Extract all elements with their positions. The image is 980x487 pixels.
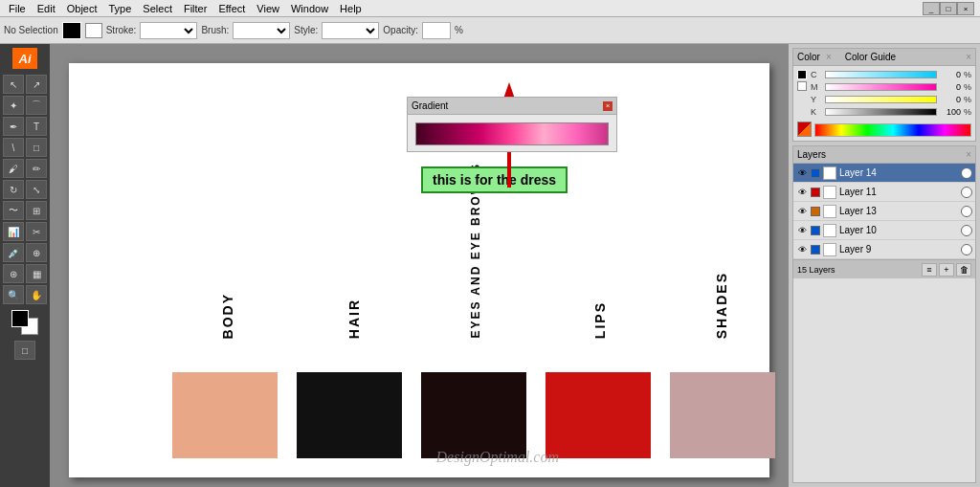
layer-circle-10[interactable] <box>961 225 972 236</box>
layer-icon-9 <box>823 243 836 256</box>
style-select[interactable] <box>322 22 379 39</box>
magic-wand-tool[interactable]: ✦ <box>3 96 24 115</box>
black-slider[interactable] <box>825 108 937 116</box>
select-tool[interactable]: ↖ <box>3 75 24 94</box>
layer-color-9 <box>811 245 820 255</box>
pencil-tool[interactable]: ✏ <box>26 159 47 178</box>
zoom-tool[interactable]: 🔍 <box>3 285 24 304</box>
blend-tool[interactable]: ⊕ <box>26 243 47 262</box>
window-controls: _ □ × <box>923 0 980 17</box>
layer-circle-14[interactable] <box>961 167 972 179</box>
layer-eye-9[interactable]: 👁 <box>796 244 808 255</box>
layer-row-9[interactable]: 👁 Layer 9 <box>793 240 975 259</box>
brush-select[interactable] <box>233 22 290 39</box>
lasso-tool[interactable]: ⌒ <box>26 96 47 115</box>
layer-icon-13 <box>823 205 836 218</box>
stroke-select[interactable] <box>140 22 197 39</box>
menu-file[interactable]: File <box>4 2 31 15</box>
menu-type[interactable]: Type <box>104 2 137 15</box>
layer-eye-13[interactable]: 👁 <box>796 206 808 217</box>
minimize-button[interactable]: _ <box>923 2 940 15</box>
layer-row-10[interactable]: 👁 Layer 10 <box>793 221 975 240</box>
menu-edit[interactable]: Edit <box>33 2 60 15</box>
cyan-value: 0 <box>940 70 961 79</box>
line-tool[interactable]: \ <box>3 138 24 157</box>
menu-filter[interactable]: Filter <box>179 2 212 15</box>
color-spectrum-swatch[interactable] <box>797 122 812 137</box>
color-panel-title: Color <box>797 52 820 62</box>
maximize-button[interactable]: □ <box>940 2 957 15</box>
layer-circle-9[interactable] <box>961 244 972 255</box>
menu-view[interactable]: View <box>252 2 284 15</box>
direct-select-tool[interactable]: ↗ <box>26 75 47 94</box>
hair-label: HAIR <box>346 299 362 339</box>
gradient-bar[interactable] <box>415 122 609 145</box>
gradient-panel-title: Gradient <box>412 100 448 111</box>
free-transform-tool[interactable]: ⊞ <box>26 201 47 220</box>
symbol-tool[interactable]: ⊛ <box>3 264 24 283</box>
magenta-slider[interactable] <box>825 83 937 91</box>
opacity-input[interactable]: 100 <box>422 22 451 39</box>
layers-new-btn[interactable]: + <box>939 263 954 277</box>
stroke-color-box[interactable] <box>85 23 102 38</box>
layer-color-14 <box>811 168 820 178</box>
magenta-pct: % <box>964 82 971 92</box>
opacity-label: Opacity: <box>383 25 418 35</box>
eyedropper-tool[interactable]: 💉 <box>3 243 24 262</box>
column-graph-tool[interactable]: ▦ <box>26 264 47 283</box>
layer-color-11 <box>811 188 820 197</box>
selection-label: No Selection <box>4 25 58 35</box>
layer-name-14: Layer 14 <box>839 167 958 178</box>
layer-row-14[interactable]: 👁 Layer 14 <box>793 164 975 183</box>
gradient-bar-area <box>408 115 616 149</box>
bg-swatch-small[interactable] <box>797 81 807 91</box>
pen-tool[interactable]: ✒ <box>3 117 24 136</box>
menu-window[interactable]: Window <box>286 2 333 15</box>
hand-tool[interactable]: ✋ <box>26 285 47 304</box>
yellow-slider[interactable] <box>825 96 937 103</box>
yellow-label: Y <box>811 95 822 104</box>
layer-icon-14 <box>823 166 836 180</box>
gradient-panel-close[interactable]: × <box>603 101 612 111</box>
scale-tool[interactable]: ⤡ <box>26 180 47 199</box>
close-button[interactable]: × <box>957 2 974 15</box>
color-spectrum[interactable] <box>814 123 971 137</box>
stroke-label: Stroke: <box>106 25 137 35</box>
layer-row-11[interactable]: 👁 Layer 11 <box>793 183 975 202</box>
cyan-slider[interactable] <box>825 71 937 78</box>
rect-tool[interactable]: □ <box>26 138 47 157</box>
black-label: K <box>811 107 822 117</box>
layer-name-11: Layer 11 <box>839 187 958 197</box>
cyan-row: C 0 % <box>811 70 971 79</box>
menu-bar: File Edit Object Type Select Filter Effe… <box>0 0 980 17</box>
foreground-color[interactable] <box>11 310 29 327</box>
graph-tool[interactable]: 📊 <box>3 222 24 241</box>
layer-icon-10 <box>823 224 836 237</box>
layer-circle-11[interactable] <box>961 187 972 198</box>
color-guide-title: Color Guide <box>845 52 896 62</box>
fill-color-box[interactable] <box>62 22 81 39</box>
layer-color-13 <box>811 207 820 216</box>
paintbrush-tool[interactable]: 🖌 <box>3 159 24 178</box>
menu-help[interactable]: Help <box>335 2 367 15</box>
menu-effect[interactable]: Effect <box>213 2 250 15</box>
fg-swatch-small[interactable] <box>797 70 807 79</box>
type-tool[interactable]: T <box>26 117 47 136</box>
layers-delete-btn[interactable]: 🗑 <box>956 263 971 277</box>
slice-tool[interactable]: ✂ <box>26 222 47 241</box>
layer-eye-10[interactable]: 👁 <box>796 225 808 236</box>
menu-select[interactable]: Select <box>138 2 177 15</box>
layer-eye-14[interactable]: 👁 <box>796 167 808 179</box>
cyan-label: C <box>811 70 822 79</box>
layer-circle-13[interactable] <box>961 206 972 217</box>
menu-object[interactable]: Object <box>62 2 102 15</box>
layers-menu-btn[interactable]: ≡ <box>922 263 937 277</box>
fg-bg-indicator[interactable] <box>11 310 38 335</box>
layer-eye-11[interactable]: 👁 <box>796 187 808 198</box>
warp-tool[interactable]: 〜 <box>3 201 24 220</box>
color-controls <box>11 310 38 335</box>
magenta-label: M <box>811 82 822 92</box>
rotate-tool[interactable]: ↻ <box>3 180 24 199</box>
normal-mode[interactable]: □ <box>14 341 35 360</box>
layer-row-13[interactable]: 👁 Layer 13 <box>793 202 975 221</box>
